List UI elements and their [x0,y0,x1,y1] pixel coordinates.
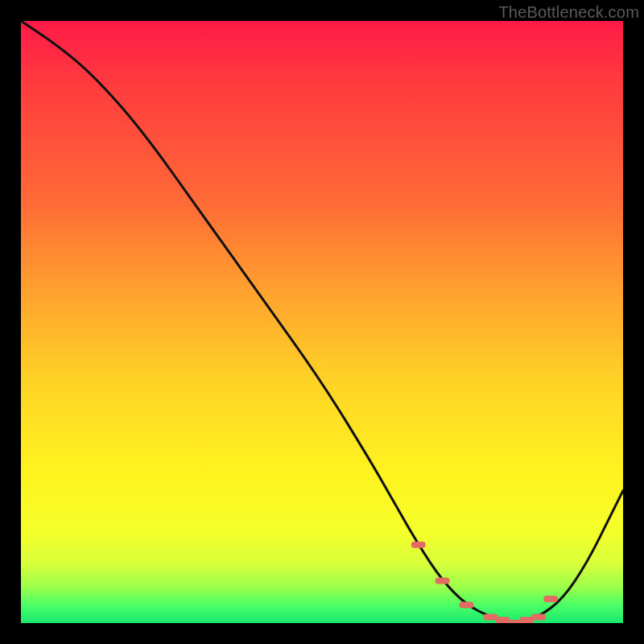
watermark-text: TheBottleneck.com [498,3,639,22]
chart-gradient-background [21,21,623,623]
chart-frame [21,21,623,623]
